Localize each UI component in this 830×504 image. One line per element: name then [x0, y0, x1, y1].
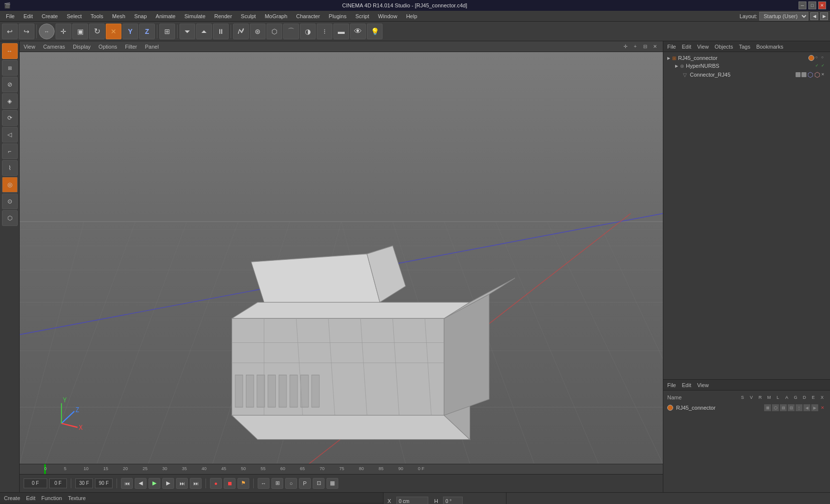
- coordinate-button[interactable]: ⊞: [159, 24, 175, 39]
- nurbs-button[interactable]: ⊛: [250, 24, 266, 39]
- vp-menu-filter[interactable]: Filter: [125, 44, 137, 50]
- move-tool[interactable]: ↔: [2, 43, 18, 59]
- smooth-tool[interactable]: ⊙: [2, 194, 18, 209]
- fps-input[interactable]: [75, 478, 93, 488]
- scale-key-button[interactable]: ⊞: [271, 478, 283, 489]
- floor-button[interactable]: ▬: [333, 24, 349, 39]
- spline-button[interactable]: ⌒: [283, 24, 299, 39]
- menu-window[interactable]: Window: [374, 12, 401, 20]
- vp-menu-cameras[interactable]: Cameras: [43, 44, 65, 50]
- menu-animate[interactable]: Animate: [152, 12, 179, 20]
- menu-mograph[interactable]: MoGraph: [261, 12, 291, 20]
- rpb-ctrl-5[interactable]: ⋮: [796, 404, 802, 411]
- undo-button[interactable]: ↩: [2, 24, 18, 39]
- menu-simulate[interactable]: Simulate: [180, 12, 209, 20]
- menu-help[interactable]: Help: [402, 12, 421, 20]
- obj-menu-objects[interactable]: Objects: [714, 44, 733, 50]
- mat-menu-create[interactable]: Create: [4, 495, 20, 501]
- menu-script[interactable]: Script: [352, 12, 373, 20]
- menu-mesh[interactable]: Mesh: [108, 12, 129, 20]
- param-key-button[interactable]: P: [299, 478, 311, 489]
- rpb-ctrl-1[interactable]: ⊞: [764, 404, 771, 411]
- magnet-tool[interactable]: ◎: [2, 177, 18, 193]
- timeline-ruler[interactable]: 0 5 10 15 20 25 30 35 40 45 50 55 60 65 …: [20, 464, 663, 474]
- vp-menu-panel[interactable]: Panel: [145, 44, 159, 50]
- obj-row-hypernurbs[interactable]: ▶ ⊛ HyperNURBS ✓ ✓: [673, 62, 828, 70]
- measure-tool[interactable]: ⌐: [2, 143, 18, 159]
- cube-object-button[interactable]: 🗲: [233, 24, 249, 39]
- mat-menu-function[interactable]: Function: [41, 495, 62, 501]
- y-axis-button[interactable]: Y: [122, 24, 138, 39]
- frame-value-input[interactable]: [49, 478, 67, 488]
- layout-dropdown[interactable]: Startup (User): [759, 12, 808, 21]
- menu-file[interactable]: File: [2, 12, 19, 20]
- rpb-ctrl-6[interactable]: ◀: [803, 404, 810, 411]
- menu-tools[interactable]: Tools: [87, 12, 107, 20]
- rpb-close-btn[interactable]: ✕: [819, 404, 826, 411]
- end-button[interactable]: ⏭: [190, 478, 202, 489]
- next-frame-button[interactable]: ▶: [162, 478, 174, 489]
- menu-select[interactable]: Select: [63, 12, 86, 20]
- knife-tool[interactable]: ⌇: [2, 160, 18, 176]
- light2-button[interactable]: 💡: [367, 24, 383, 39]
- menu-sculpt[interactable]: Sculpt: [237, 12, 260, 20]
- viewport-ctrl-3[interactable]: ⊟: [641, 43, 649, 51]
- light-button[interactable]: ⬡: [267, 24, 282, 39]
- select-all-button[interactable]: ✛: [56, 24, 71, 39]
- play-button[interactable]: ▶: [148, 478, 160, 489]
- pla-key-button[interactable]: ⊡: [313, 478, 325, 489]
- record-button[interactable]: ⏶: [196, 24, 212, 39]
- paint-tool[interactable]: ⊘: [2, 77, 18, 92]
- transform-tool[interactable]: ⟳: [2, 110, 18, 126]
- auto-key-button[interactable]: ⚑: [237, 478, 249, 489]
- obj-menu-view[interactable]: View: [697, 44, 709, 50]
- menu-plugins[interactable]: Plugins: [325, 12, 351, 20]
- rpb-menu-view[interactable]: View: [697, 382, 709, 388]
- maximize-button[interactable]: □: [808, 1, 816, 9]
- camera-button[interactable]: 👁: [350, 24, 366, 39]
- keyframe-button[interactable]: ⏸: [213, 24, 229, 39]
- extrude-tool[interactable]: ◁: [2, 127, 18, 142]
- stop-button[interactable]: ⏹: [224, 478, 236, 489]
- rpb-menu-edit[interactable]: Edit: [682, 382, 691, 388]
- layout-btn2[interactable]: ▶: [820, 12, 828, 20]
- obj-menu-bookmarks[interactable]: Bookmarks: [756, 44, 783, 50]
- last-frame-button[interactable]: ⏭: [176, 478, 188, 489]
- end-frame-input[interactable]: [95, 478, 113, 488]
- viewport-3d[interactable]: Perspective: [20, 52, 663, 464]
- obj-menu-file[interactable]: File: [667, 44, 676, 50]
- current-frame-input[interactable]: [24, 478, 47, 488]
- record-button[interactable]: ●: [210, 478, 222, 489]
- move-key-button[interactable]: ↔: [258, 478, 269, 489]
- rpb-ctrl-7[interactable]: ▶: [811, 404, 818, 411]
- obj-menu-edit[interactable]: Edit: [682, 44, 691, 50]
- select-tool[interactable]: ◈: [2, 93, 18, 109]
- menu-create[interactable]: Create: [38, 12, 62, 20]
- deformer-button[interactable]: ◑: [300, 24, 316, 39]
- mat-menu-edit[interactable]: Edit: [26, 495, 35, 501]
- render-region-button[interactable]: ▣: [72, 24, 88, 39]
- playback-button[interactable]: ⏷: [179, 24, 195, 39]
- scale-button[interactable]: ✕: [106, 24, 121, 39]
- grid-tool[interactable]: ⊞: [2, 60, 18, 76]
- vp-menu-options[interactable]: Options: [98, 44, 117, 50]
- timeline-view-button[interactable]: ▦: [326, 478, 338, 489]
- minimize-button[interactable]: ─: [799, 1, 806, 9]
- rotate-button[interactable]: ↻: [89, 24, 105, 39]
- menu-render[interactable]: Render: [210, 12, 236, 20]
- rotate-key-button[interactable]: ○: [285, 478, 297, 489]
- mat-menu-texture[interactable]: Texture: [68, 495, 86, 501]
- particles-button[interactable]: ⁝: [317, 24, 332, 39]
- coord-h-input[interactable]: [443, 497, 463, 504]
- obj-row-rj45[interactable]: ▶ ⊞ RJ45_connector ○ ○: [665, 54, 828, 62]
- rpb-obj-row[interactable]: RJ45_connector ⊞ ⬡ ⊟ ⊡ ⋮ ◀ ▶ ✕: [667, 403, 826, 412]
- viewport-ctrl-4[interactable]: ✕: [651, 43, 659, 51]
- move-tool-button[interactable]: ↔: [39, 24, 55, 39]
- sculpt-tool[interactable]: ⬡: [2, 210, 18, 226]
- vp-menu-display[interactable]: Display: [73, 44, 90, 50]
- obj-menu-tags[interactable]: Tags: [739, 44, 750, 50]
- rpb-ctrl-2[interactable]: ⬡: [772, 404, 779, 411]
- menu-edit[interactable]: Edit: [20, 12, 37, 20]
- close-button[interactable]: ✕: [818, 1, 826, 9]
- prev-frame-button[interactable]: ◀: [135, 478, 147, 489]
